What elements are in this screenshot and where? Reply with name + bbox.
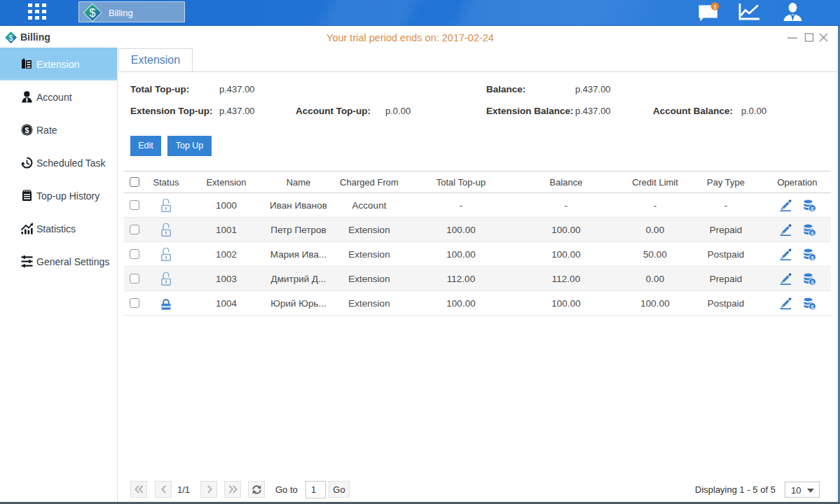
svg-text:$: $ xyxy=(811,255,814,261)
svg-text:$: $ xyxy=(25,126,29,134)
svg-text:$: $ xyxy=(811,206,814,212)
svg-text:$: $ xyxy=(811,230,814,237)
svg-text:$: $ xyxy=(811,304,814,310)
svg-text:$: $ xyxy=(90,7,96,19)
svg-text:!: ! xyxy=(714,3,716,10)
svg-text:$: $ xyxy=(811,279,814,286)
